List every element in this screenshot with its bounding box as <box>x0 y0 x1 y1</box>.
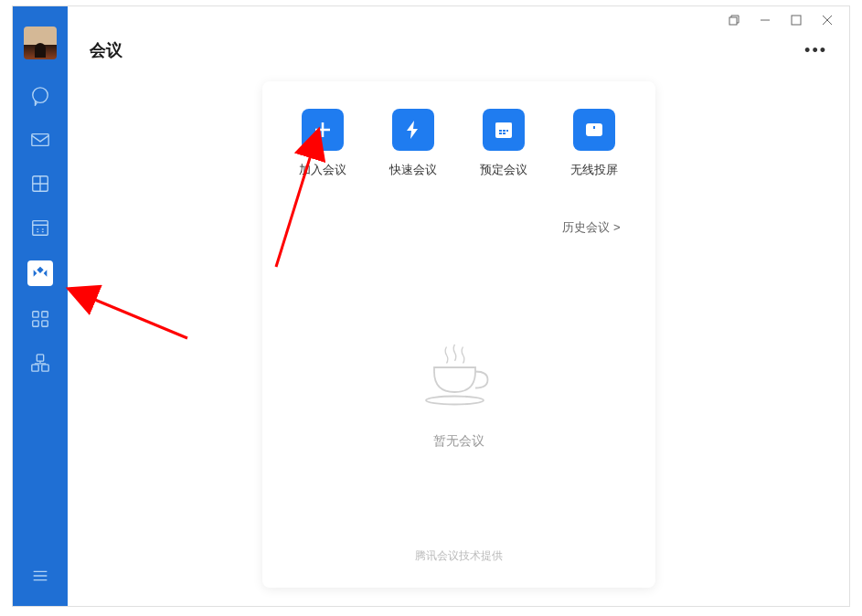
svg-point-21 <box>426 397 484 405</box>
footer-provider: 腾讯会议技术提供 <box>290 548 628 569</box>
titlebar <box>68 6 849 34</box>
join-button <box>302 109 344 151</box>
svg-rect-14 <box>495 122 512 127</box>
action-label: 无线投屏 <box>570 162 618 178</box>
svg-rect-11 <box>729 17 737 25</box>
sidebar <box>13 6 68 606</box>
maximize-icon <box>791 15 802 26</box>
history-row: 历史会议 > <box>290 218 628 236</box>
svg-rect-17 <box>506 130 508 132</box>
schedule-button <box>483 109 525 151</box>
mail-icon <box>30 130 50 150</box>
plus-icon <box>312 119 334 141</box>
svg-rect-4 <box>33 312 38 317</box>
svg-rect-15 <box>499 130 502 132</box>
calendar-filled-icon <box>493 119 515 141</box>
menu-icon[interactable] <box>30 566 50 586</box>
bolt-icon <box>402 119 424 141</box>
cast-icon <box>583 119 605 141</box>
action-cast[interactable]: 无线投屏 <box>570 109 618 178</box>
popout-button[interactable] <box>719 9 749 31</box>
nav-chat[interactable] <box>29 85 51 107</box>
quick-button <box>392 109 434 151</box>
action-join[interactable]: 加入会议 <box>299 109 346 178</box>
svg-rect-7 <box>42 321 48 326</box>
popout-icon <box>729 15 740 26</box>
chat-bubble-icon <box>30 86 50 106</box>
svg-rect-9 <box>32 365 38 371</box>
grid-icon <box>30 309 50 329</box>
sidebar-bottom <box>30 566 50 589</box>
cast-button <box>573 109 615 151</box>
svg-rect-3 <box>33 221 48 236</box>
nav-list <box>27 85 53 374</box>
action-label: 加入会议 <box>299 162 346 178</box>
meeting-icon <box>30 263 50 283</box>
more-button[interactable]: ••• <box>804 41 827 60</box>
svg-rect-18 <box>499 133 502 134</box>
nav-docs[interactable] <box>29 173 51 195</box>
nav-calendar[interactable] <box>29 217 51 239</box>
nav-meeting[interactable] <box>27 260 53 286</box>
svg-point-0 <box>33 88 48 103</box>
minimize-icon <box>760 15 771 26</box>
workbench-icon <box>30 353 50 373</box>
svg-rect-8 <box>37 355 43 361</box>
calendar-icon <box>30 218 50 238</box>
app-window: 会议 ••• 加入会议 快速会议 <box>12 5 850 607</box>
action-label: 预定会议 <box>480 162 527 178</box>
action-row: 加入会议 快速会议 预定会议 <box>290 109 628 178</box>
meeting-card: 加入会议 快速会议 预定会议 <box>262 81 655 588</box>
docs-icon <box>30 174 50 194</box>
svg-rect-16 <box>503 130 505 132</box>
svg-rect-12 <box>792 16 801 25</box>
close-icon <box>822 15 833 26</box>
maximize-button[interactable] <box>782 9 811 31</box>
svg-rect-1 <box>32 134 48 146</box>
action-schedule[interactable]: 预定会议 <box>480 109 527 178</box>
nav-mail[interactable] <box>29 129 51 151</box>
main-area: 会议 ••• 加入会议 快速会议 <box>68 6 849 606</box>
action-quick[interactable]: 快速会议 <box>389 109 437 178</box>
close-button[interactable] <box>813 9 842 31</box>
content: 加入会议 快速会议 预定会议 <box>68 70 849 606</box>
avatar[interactable] <box>24 27 57 59</box>
empty-state: 暂无会议 <box>290 236 628 548</box>
action-label: 快速会议 <box>389 162 437 178</box>
header: 会议 ••• <box>68 34 849 70</box>
minimize-button[interactable] <box>750 9 780 31</box>
svg-rect-5 <box>42 312 48 317</box>
history-link[interactable]: 历史会议 > <box>562 220 620 234</box>
coffee-cup-icon <box>409 335 509 417</box>
svg-rect-10 <box>42 365 48 371</box>
empty-text: 暂无会议 <box>433 433 484 450</box>
nav-workbench[interactable] <box>29 352 51 374</box>
page-title: 会议 <box>90 39 122 61</box>
nav-apps[interactable] <box>29 308 51 330</box>
svg-rect-6 <box>33 321 38 326</box>
svg-rect-19 <box>503 133 505 134</box>
